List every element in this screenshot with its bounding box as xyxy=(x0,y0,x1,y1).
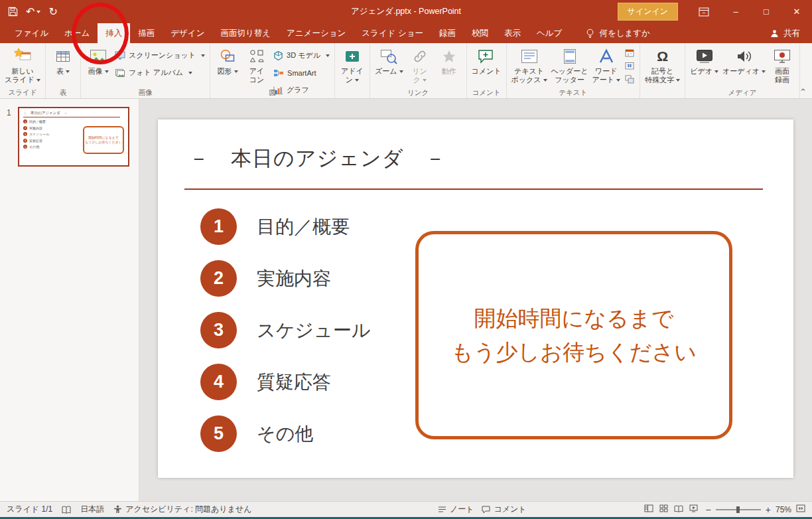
pictures-label: 画像 xyxy=(88,67,103,75)
symbol-label: 記号と 特殊文字 xyxy=(645,67,674,84)
audio-button[interactable]: オーディオ xyxy=(720,45,768,86)
3d-models-button[interactable]: 3D モデル xyxy=(271,48,332,62)
spellcheck-button[interactable] xyxy=(62,506,71,514)
agenda-item[interactable]: 5 その他 xyxy=(200,415,370,452)
fit-to-window-button[interactable] xyxy=(796,504,805,514)
tab-draw[interactable]: 描画 xyxy=(130,23,163,43)
ribbon-display-options-icon xyxy=(699,7,709,17)
tab-transitions[interactable]: 画面切り替え xyxy=(212,23,279,43)
icons-button[interactable]: アイ コン xyxy=(242,45,271,86)
view-switcher xyxy=(644,504,698,514)
slide-title-textbox[interactable]: － 本日のアジェンダ － xyxy=(188,145,446,173)
action-button[interactable]: 動作 xyxy=(435,45,464,86)
date-time-button[interactable] xyxy=(622,47,637,58)
header-footer-button[interactable]: ヘッダーと フッター xyxy=(549,45,590,86)
agenda-item[interactable]: 2 実施内容 xyxy=(200,260,370,297)
accessibility-status[interactable]: アクセシビリティ: 問題ありません xyxy=(113,504,251,515)
ribbon-display-options-button[interactable] xyxy=(693,0,715,23)
minimize-button[interactable]: – xyxy=(720,0,751,23)
slide-canvas[interactable]: － 本日のアジェンダ － 1 目的／概要 2 実施内容 3 スケジュール xyxy=(139,99,812,501)
shapes-button[interactable]: 図形 xyxy=(213,45,242,86)
video-label: ビデオ xyxy=(690,67,712,75)
zoom-slider[interactable] xyxy=(716,509,761,510)
comment-button[interactable]: コメント xyxy=(470,45,504,86)
addins-button[interactable]: アドイ ン xyxy=(338,45,367,86)
3d-models-label: 3D モデル xyxy=(287,50,320,60)
tab-view[interactable]: 表示 xyxy=(496,23,529,43)
powerpoint-window: ↶ ↻ アジェンダ.pptx - PowerPoint サインイン – □ ✕ … xyxy=(0,0,812,519)
wordart-label: ワード アート xyxy=(592,67,618,84)
symbol-button[interactable]: Ω 記号と 特殊文字 xyxy=(643,45,682,86)
tab-review[interactable]: 校閲 xyxy=(464,23,496,43)
object-button[interactable] xyxy=(622,74,637,85)
zoom-level[interactable]: 75% xyxy=(776,505,791,514)
reading-view-button[interactable] xyxy=(674,505,683,514)
screenshot-label: スクリーンショット xyxy=(129,50,196,60)
pictures-button[interactable]: 画像 xyxy=(84,45,113,86)
table-button[interactable]: 表 xyxy=(48,45,78,86)
agenda-item[interactable]: 4 質疑応答 xyxy=(200,364,370,400)
reading-view-icon xyxy=(674,505,683,512)
undo-button[interactable]: ↶ xyxy=(26,7,40,17)
tab-insert[interactable]: 挿入 xyxy=(98,23,130,43)
slide-number-button[interactable] xyxy=(622,60,637,72)
video-button[interactable]: ビデオ xyxy=(688,45,720,86)
signin-button[interactable]: サインイン xyxy=(618,3,678,21)
textbox-button[interactable]: テキスト ボックス xyxy=(509,45,549,86)
tab-record[interactable]: 録画 xyxy=(431,23,464,43)
smartart-button[interactable]: SmartArt xyxy=(271,66,332,80)
agenda-item[interactable]: 1 目的／概要 xyxy=(200,208,370,245)
number-circle: 4 xyxy=(200,364,237,400)
slideshow-view-button[interactable] xyxy=(689,504,698,514)
slide-1-thumbnail[interactable]: － 本日のアジェンダ － 1目的／概要 2実施内容 3スケジュール 4質疑応答 … xyxy=(18,107,129,167)
tab-help[interactable]: ヘルプ xyxy=(529,23,570,43)
waiting-message-box[interactable]: 開始時間になるまで もう少しお待ちください xyxy=(415,231,732,439)
tab-animations[interactable]: アニメーション xyxy=(279,23,354,43)
notes-button[interactable]: ノート xyxy=(438,504,474,515)
slide-editing-surface[interactable]: － 本日のアジェンダ － 1 目的／概要 2 実施内容 3 スケジュール xyxy=(158,119,793,478)
close-button[interactable]: ✕ xyxy=(781,0,812,23)
screenshot-button[interactable]: スクリーンショット xyxy=(113,48,207,62)
undo-dropdown-caret-icon[interactable] xyxy=(36,11,40,13)
slide-title-rule[interactable] xyxy=(184,188,763,190)
fit-to-window-icon xyxy=(796,504,805,512)
zoom-out-button[interactable]: − xyxy=(706,505,711,514)
status-bar: スライド 1/1 日本語 アクセシビリティ: 問題ありません ノート コメント xyxy=(0,501,812,517)
tab-slideshow[interactable]: スライド ショー xyxy=(354,23,431,43)
zoom-button[interactable]: ズーム xyxy=(373,45,405,86)
new-slide-button[interactable]: 新しい スライド xyxy=(3,45,42,86)
maximize-button[interactable]: □ xyxy=(751,0,781,23)
tell-me-box[interactable]: 何をしますか xyxy=(586,28,649,39)
tab-home[interactable]: ホーム xyxy=(56,23,98,43)
share-button[interactable]: 共有 xyxy=(770,28,800,39)
tab-design[interactable]: デザイン xyxy=(163,23,212,43)
normal-view-button[interactable] xyxy=(644,504,653,514)
addins-label: アドイ ン xyxy=(341,67,364,84)
wordart-button[interactable]: ワード アート xyxy=(590,45,623,86)
slide-sorter-view-button[interactable] xyxy=(659,504,668,514)
redo-button[interactable]: ↻ xyxy=(48,7,57,17)
zoom-slider-thumb[interactable] xyxy=(736,506,740,513)
zoom-in-button[interactable]: + xyxy=(766,505,771,514)
shapes-label: 図形 xyxy=(218,67,232,75)
normal-view-icon xyxy=(644,504,653,512)
save-button[interactable] xyxy=(8,7,18,17)
comments-button[interactable]: コメント xyxy=(482,504,526,515)
screen-recording-button[interactable]: 画面 録画 xyxy=(768,45,797,86)
group-label-media: メディア xyxy=(685,88,799,98)
tab-file[interactable]: ファイル xyxy=(7,23,56,43)
slide-indicator[interactable]: スライド 1/1 xyxy=(7,504,52,515)
icons-icon xyxy=(249,48,265,64)
language-indicator[interactable]: 日本語 xyxy=(80,504,104,515)
agenda-list[interactable]: 1 目的／概要 2 実施内容 3 スケジュール 4 質疑応答 xyxy=(200,208,370,452)
collapse-ribbon-button[interactable]: ⌃ xyxy=(799,87,807,97)
icons-label: アイ コン xyxy=(249,67,265,84)
number-circle: 2 xyxy=(200,260,237,297)
tell-me-label: 何をしますか xyxy=(599,28,649,39)
link-button[interactable]: リン ク xyxy=(405,45,435,86)
ribbon-group-illustrations: 図形 アイ コン 3D モデル SmartArt グラフ xyxy=(210,43,335,98)
photo-album-button[interactable]: フォト アルバム xyxy=(113,66,207,80)
dropdown-caret-icon xyxy=(36,79,40,82)
new-slide-icon xyxy=(14,48,31,65)
agenda-item[interactable]: 3 スケジュール xyxy=(200,312,370,348)
